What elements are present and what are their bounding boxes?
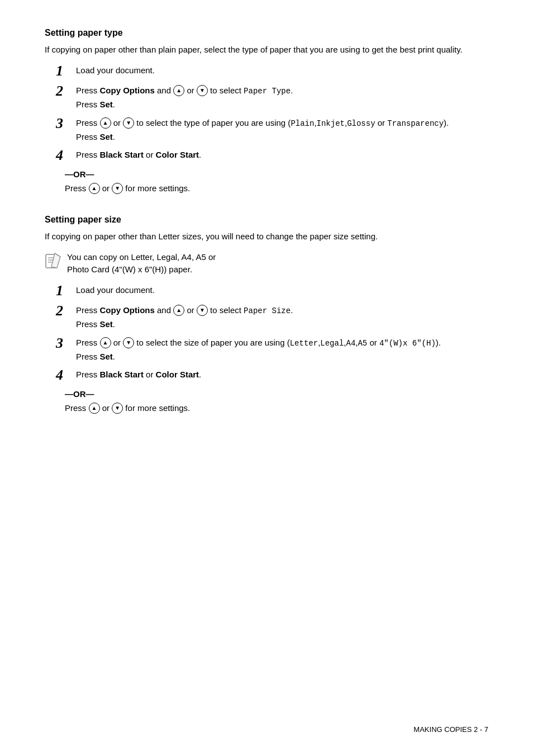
note-box: You can copy on Letter, Legal, A4, A5 or… — [45, 251, 488, 276]
up-arrow-icon: ▲ — [100, 337, 111, 348]
step-content: Press Copy Options and ▲ or ▼ to select … — [76, 304, 488, 331]
step-number: 1 — [56, 63, 76, 79]
up-arrow-icon: ▲ — [173, 85, 184, 96]
up-arrow-icon: ▲ — [89, 403, 100, 414]
down-arrow-icon: ▼ — [123, 117, 134, 129]
step-number: 2 — [56, 83, 76, 100]
step-number: 3 — [56, 116, 76, 132]
or-separator-2: —OR— — [65, 389, 488, 399]
step-content: Press Black Start or Color Start. — [76, 149, 488, 162]
step-content: Load your document. — [76, 284, 488, 297]
step-number: 4 — [56, 148, 76, 164]
step-2-paper-size: 2 Press Copy Options and ▲ or ▼ to selec… — [56, 304, 488, 331]
step-4-paper-size: 4 Press Black Start or Color Start. — [56, 368, 488, 384]
step-content: Press Copy Options and ▲ or ▼ to select … — [76, 84, 488, 111]
step-number: 1 — [56, 283, 76, 299]
step-3-paper-size: 3 Press ▲ or ▼ to select the size of pap… — [56, 337, 488, 363]
step-1-paper-type: 1 Load your document. — [56, 64, 488, 79]
or-separator-1: —OR— — [65, 169, 488, 179]
up-arrow-icon: ▲ — [100, 117, 111, 129]
step-number: 4 — [56, 367, 76, 384]
note-text: You can copy on Letter, Legal, A4, A5 or… — [67, 251, 216, 276]
or-press-line-1: Press ▲ or ▼ for more settings. — [65, 182, 488, 195]
step-content: Press Black Start or Color Start. — [76, 368, 488, 381]
section-paper-type-title: Setting paper type — [45, 28, 488, 38]
up-arrow-icon: ▲ — [89, 183, 100, 194]
step-4-paper-type: 4 Press Black Start or Color Start. — [56, 149, 488, 164]
note-icon — [45, 252, 67, 273]
down-arrow-icon: ▼ — [123, 337, 134, 348]
section-paper-size: Setting paper size If copying on paper o… — [45, 215, 488, 414]
step-content: Press ▲ or ▼ to select the type of paper… — [76, 117, 488, 144]
up-arrow-icon: ▲ — [173, 305, 184, 316]
section-paper-size-title: Setting paper size — [45, 215, 488, 225]
down-arrow-icon: ▼ — [112, 183, 123, 194]
section-paper-type: Setting paper type If copying on paper o… — [45, 28, 488, 195]
section-paper-type-steps: 1 Load your document. 2 Press Copy Optio… — [56, 64, 488, 164]
step-number: 2 — [56, 303, 76, 319]
or-press-line-2: Press ▲ or ▼ for more settings. — [65, 402, 488, 415]
down-arrow-icon: ▼ — [197, 305, 208, 316]
step-number: 3 — [56, 336, 76, 352]
down-arrow-icon: ▼ — [112, 403, 123, 414]
page-footer: MAKING COPIES 2 - 7 — [413, 725, 488, 734]
section-paper-size-steps: 1 Load your document. 2 Press Copy Optio… — [56, 284, 488, 384]
step-2-paper-type: 2 Press Copy Options and ▲ or ▼ to selec… — [56, 84, 488, 111]
step-1-paper-size: 1 Load your document. — [56, 284, 488, 299]
step-3-paper-type: 3 Press ▲ or ▼ to select the type of pap… — [56, 117, 488, 144]
step-content: Press ▲ or ▼ to select the size of paper… — [76, 337, 488, 363]
down-arrow-icon: ▼ — [197, 85, 208, 96]
section-paper-size-intro: If copying on paper other than Letter si… — [45, 230, 488, 243]
section-paper-type-intro: If copying on paper other than plain pap… — [45, 44, 488, 56]
step-content: Load your document. — [76, 64, 488, 77]
